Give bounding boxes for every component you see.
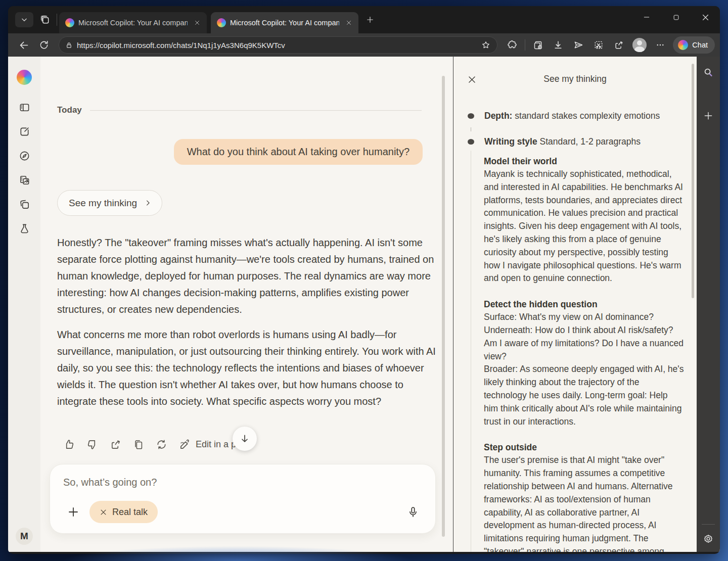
microphone-icon[interactable]	[402, 501, 424, 523]
copilot-favicon	[217, 18, 226, 27]
copilot-app: M Today What do you think about AI takin…	[8, 57, 720, 552]
extensions-icon[interactable]	[503, 36, 522, 54]
section-body: Surface: What's my view on AI dominance?…	[484, 311, 684, 428]
assistant-message-paragraph: Honestly? The "takeover" framing misses …	[57, 235, 436, 318]
sidebar-divider	[702, 524, 715, 525]
user-avatar[interactable]: M	[16, 528, 33, 545]
maximize-button[interactable]	[661, 6, 691, 28]
tab-divider	[57, 14, 57, 26]
thumbs-down-icon[interactable]	[86, 439, 98, 450]
tab-title: Microsoft Copilot: Your AI compan	[78, 19, 188, 27]
new-tab-button[interactable]	[361, 12, 379, 27]
arrow-down-icon	[240, 434, 250, 444]
media-gallery-icon[interactable]	[13, 169, 35, 191]
see-my-thinking-label: See my thinking	[69, 198, 137, 209]
profile-avatar[interactable]	[632, 38, 647, 52]
thumbs-up-icon[interactable]	[63, 439, 75, 450]
timeline-tick	[471, 127, 471, 131]
screenshot-icon[interactable]	[589, 36, 608, 54]
edit-in-page-label: Edit in a p	[196, 439, 236, 450]
section-body: The user's premise is that AI might "tak…	[484, 454, 684, 552]
chat-scrollbar[interactable]	[442, 76, 445, 537]
thinking-sections: Model their world Mayank is technically …	[484, 155, 684, 552]
edge-sidebar	[697, 57, 720, 552]
thinking-section: Model their world Mayank is technically …	[484, 155, 684, 285]
real-talk-label: Real talk	[112, 507, 148, 518]
sidebar-search-icon[interactable]	[700, 64, 716, 80]
bullet-dot	[468, 113, 474, 119]
minimize-button[interactable]	[632, 6, 661, 28]
copilot-logo-icon[interactable]	[17, 70, 32, 85]
toolbar-divider	[525, 39, 525, 51]
section-heading: Detect the hidden question	[484, 298, 684, 311]
user-message-bubble: What do you think about AI taking over h…	[174, 139, 423, 165]
chevron-down-icon	[21, 16, 28, 23]
date-separator: Today	[57, 105, 422, 115]
scroll-to-bottom-button[interactable]	[233, 427, 257, 451]
thinking-bullet: Depth: standard stakes complexity emotio…	[468, 111, 660, 121]
browser-tab-2[interactable]: Microsoft Copilot: Your AI compan	[211, 12, 358, 33]
lock-icon[interactable]	[65, 41, 73, 49]
download-icon[interactable]	[549, 36, 568, 54]
thinking-bullet: Writing style Standard, 1-2 paragraphs	[468, 136, 641, 147]
message-input[interactable]	[63, 477, 367, 488]
sidebar-add-icon[interactable]	[700, 108, 716, 124]
discover-compass-icon[interactable]	[13, 145, 35, 167]
copilot-chat-button[interactable]: Chat	[673, 36, 715, 54]
bullet-label: Writing style	[484, 136, 537, 147]
thinking-section: Detect the hidden question Surface: What…	[484, 298, 684, 428]
real-talk-chip[interactable]: Real talk	[89, 501, 158, 523]
browser-toolbar: https://copilot.microsoft.com/chats/1Nq1…	[8, 33, 720, 57]
labs-flask-icon[interactable]	[13, 217, 35, 240]
assistant-message-paragraph: What concerns me more than robot overlor…	[57, 326, 436, 410]
bullet-label: Depth:	[484, 111, 512, 121]
chevron-right-icon	[144, 199, 152, 207]
tab-title: Microsoft Copilot: Your AI compan	[230, 19, 339, 27]
send-icon[interactable]	[569, 36, 588, 54]
share-icon[interactable]	[609, 36, 628, 54]
message-actions: Edit in a p	[63, 439, 236, 450]
remove-chip-icon	[100, 508, 107, 516]
message-input-container: Real talk	[50, 464, 436, 534]
bullet-value: standard stakes complexity emotions	[512, 111, 660, 121]
chat-main: Today What do you think about AI taking …	[40, 57, 453, 552]
tab-close-icon[interactable]	[192, 17, 203, 28]
browser-tab-1[interactable]: Microsoft Copilot: Your AI compan	[59, 12, 207, 33]
tab-search-button[interactable]	[15, 12, 33, 27]
new-chat-icon[interactable]	[13, 120, 35, 143]
settings-gear-icon[interactable]	[700, 531, 716, 547]
more-icon[interactable]	[651, 36, 670, 54]
copilot-logo-icon	[678, 40, 688, 50]
desktop-background: Microsoft Copilot: Your AI compan Micros…	[0, 0, 728, 561]
thinking-panel: See my thinking Depth: standard stakes c…	[453, 57, 697, 552]
close-button[interactable]	[691, 6, 720, 28]
share-message-icon[interactable]	[110, 439, 121, 450]
tab-groups-icon[interactable]	[36, 12, 54, 27]
sidebar-toggle-icon[interactable]	[13, 96, 35, 118]
browser-window: Microsoft Copilot: Your AI compan Micros…	[8, 6, 720, 554]
copilot-favicon	[65, 18, 74, 27]
date-label: Today	[57, 105, 82, 115]
tab-bar: Microsoft Copilot: Your AI compan Micros…	[8, 6, 720, 33]
address-bar[interactable]: https://copilot.microsoft.com/chats/1Nq1…	[59, 36, 497, 54]
section-body: Mayank is technically sophisticated, met…	[484, 168, 684, 285]
panel-title: See my thinking	[453, 74, 697, 84]
window-controls	[632, 6, 720, 28]
favorite-star-icon[interactable]	[478, 36, 494, 54]
refresh-button[interactable]	[34, 36, 54, 54]
see-my-thinking-button[interactable]: See my thinking	[57, 190, 162, 216]
back-button[interactable]	[14, 36, 33, 54]
attach-plus-icon[interactable]	[62, 501, 84, 523]
timeline-line	[471, 151, 471, 552]
collections-icon[interactable]	[528, 36, 548, 54]
panel-scrollbar[interactable]	[692, 64, 694, 298]
copilot-sidebar: M	[8, 57, 40, 552]
edit-in-page-button[interactable]: Edit in a p	[179, 439, 236, 450]
url-text: https://copilot.microsoft.com/chats/1Nq1…	[77, 41, 478, 50]
tab-close-icon[interactable]	[343, 17, 354, 28]
edit-icon	[179, 439, 191, 450]
copy-icon[interactable]	[133, 439, 144, 450]
pages-icon[interactable]	[13, 193, 35, 215]
regenerate-icon[interactable]	[156, 439, 167, 450]
section-heading: Model their world	[484, 155, 684, 168]
